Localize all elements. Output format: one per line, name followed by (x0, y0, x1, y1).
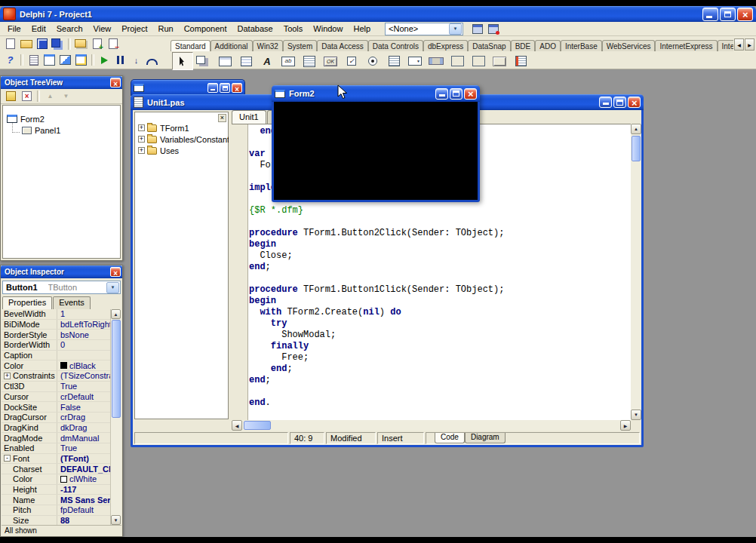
view-form-icon[interactable] (41, 53, 57, 68)
property-row[interactable]: Ctl3DTrue (2, 382, 112, 392)
new-item-icon[interactable] (3, 89, 19, 104)
palette-tab-standard[interactable]: Standard (171, 40, 211, 51)
scroll-right-icon[interactable] (620, 420, 631, 431)
property-row[interactable]: CharsetDEFAULT_CHARSET (2, 464, 112, 474)
app-titlebar[interactable]: Delphi 7 - Project1 (0, 6, 756, 22)
palette-tab-webservices[interactable]: WebServices (602, 40, 656, 51)
code-explorer-item[interactable]: +Uses (135, 145, 228, 156)
property-value[interactable]: True (57, 382, 112, 391)
editor-tab-unit1[interactable]: Unit1 (232, 110, 266, 124)
property-row[interactable]: Size88 (2, 516, 112, 525)
set-debug-desktop-icon[interactable] (485, 21, 501, 36)
pause-icon[interactable] (112, 53, 128, 68)
form2-minimize-button[interactable] (435, 88, 448, 100)
palette-tab-data-controls[interactable]: Data Controls (368, 40, 423, 51)
form2-client-area[interactable] (274, 102, 478, 200)
bg-minimize-button[interactable] (207, 83, 218, 93)
editor-horizontal-scrollbar[interactable] (232, 420, 631, 431)
palette-tab-dbexpress[interactable]: dbExpress (423, 40, 468, 51)
form2-titlebar[interactable]: Form2 (272, 85, 480, 102)
property-value[interactable]: clBlack (57, 360, 112, 370)
cursor-icon[interactable] (172, 52, 193, 70)
desktop-combo[interactable]: <None> (385, 23, 463, 35)
toggle-form-unit-icon[interactable] (57, 53, 73, 68)
open-project-icon[interactable] (73, 36, 89, 51)
radio-group-icon[interactable] (468, 52, 489, 70)
inspector-scroll-thumb[interactable] (112, 320, 121, 418)
property-value[interactable]: 88 (57, 516, 112, 525)
property-value[interactable]: dmManual (57, 433, 112, 443)
palette-tab-win32[interactable]: Win32 (253, 40, 283, 51)
minimize-button[interactable] (702, 8, 718, 21)
form2-maximize-button[interactable] (450, 88, 463, 100)
view-unit-icon[interactable] (26, 53, 41, 68)
inspector-scrollbar[interactable] (110, 309, 121, 525)
property-row[interactable]: -Font(TFont) (2, 454, 112, 465)
scroll-up-icon[interactable] (111, 309, 121, 319)
palette-tab-internet[interactable]: Internet (718, 40, 733, 51)
save-desktop-icon[interactable] (469, 21, 485, 36)
view-tab-diagram[interactable]: Diagram (465, 432, 506, 443)
scroll-up-icon[interactable] (631, 124, 641, 134)
expand-icon[interactable]: - (4, 455, 11, 462)
new-file-icon[interactable] (2, 36, 18, 51)
save-all-icon[interactable] (50, 36, 66, 51)
horizontal-scroll-thumb[interactable] (244, 421, 271, 430)
open-file-icon[interactable] (18, 36, 34, 51)
menu-item-tools[interactable]: Tools (278, 23, 309, 35)
desktop-combo-arrow-icon[interactable] (449, 23, 462, 35)
checkbox-icon[interactable] (341, 52, 362, 70)
property-row[interactable]: DragCursorcrDrag (2, 413, 112, 423)
property-value[interactable]: fpDefault (57, 505, 112, 515)
bg-maximize-button[interactable] (220, 83, 230, 93)
palette-scroll-right-icon[interactable] (745, 38, 754, 51)
property-value[interactable]: DEFAULT_CHARSET (57, 464, 112, 474)
main-menu-icon[interactable] (214, 52, 235, 70)
action-list-icon[interactable] (510, 52, 531, 70)
form2-window[interactable]: Form2 (272, 85, 480, 202)
menu-item-edit[interactable]: Edit (26, 23, 51, 35)
property-row[interactable]: NameMS Sans Serif (2, 495, 112, 505)
menu-item-project[interactable]: Project (116, 23, 152, 35)
background-window-titlebar[interactable] (131, 79, 245, 96)
menu-item-help[interactable]: Help (348, 23, 376, 35)
close-button[interactable] (737, 8, 753, 21)
property-row[interactable]: DockSiteFalse (2, 402, 112, 413)
property-value[interactable]: bdLeftToRight (57, 320, 112, 330)
help-icon[interactable] (2, 53, 18, 68)
property-row[interactable]: Height-117 (2, 485, 112, 495)
property-value[interactable]: False (57, 402, 112, 412)
scroll-down-icon[interactable] (111, 515, 121, 525)
expand-icon[interactable]: + (138, 124, 145, 131)
property-value[interactable]: crDefault (57, 392, 112, 402)
delete-icon[interactable] (19, 89, 35, 104)
palette-tab-interbase[interactable]: InterBase (561, 40, 602, 51)
add-file-icon[interactable] (89, 36, 105, 51)
form2-close-button[interactable] (464, 88, 477, 100)
property-row[interactable]: BorderStylebsNone (2, 330, 112, 340)
property-row[interactable]: ColorclWhite (2, 474, 112, 485)
editor-minimize-button[interactable] (599, 97, 612, 108)
menu-item-component[interactable]: Component (179, 23, 232, 35)
palette-tab-data-access[interactable]: Data Access (317, 40, 368, 51)
save-icon[interactable] (34, 36, 50, 51)
menu-item-file[interactable]: File (2, 23, 26, 35)
property-value[interactable]: crDrag (57, 413, 112, 422)
edit-icon[interactable] (278, 52, 299, 70)
editor-close-button[interactable] (628, 97, 641, 108)
scroll-down-icon[interactable] (631, 410, 641, 420)
memo-icon[interactable] (299, 52, 320, 70)
property-row[interactable]: EnabledTrue (2, 443, 112, 454)
treeview-titlebar[interactable]: Object TreeView (1, 76, 122, 89)
trace-into-icon[interactable] (128, 53, 144, 68)
palette-tab-bde[interactable]: BDE (511, 40, 536, 51)
editor-maximize-button[interactable] (613, 97, 626, 108)
expand-icon[interactable]: + (138, 136, 145, 143)
property-value[interactable] (57, 351, 112, 360)
menu-item-database[interactable]: Database (232, 23, 278, 35)
tree-item-panel1[interactable]: Panel1 (3, 124, 120, 136)
property-row[interactable]: DragKinddkDrag (2, 423, 112, 434)
move-down-icon[interactable] (58, 89, 74, 104)
code-explorer-item[interactable]: +Variables/Constants (135, 133, 228, 145)
property-row[interactable]: BevelWidth1 (2, 309, 112, 320)
